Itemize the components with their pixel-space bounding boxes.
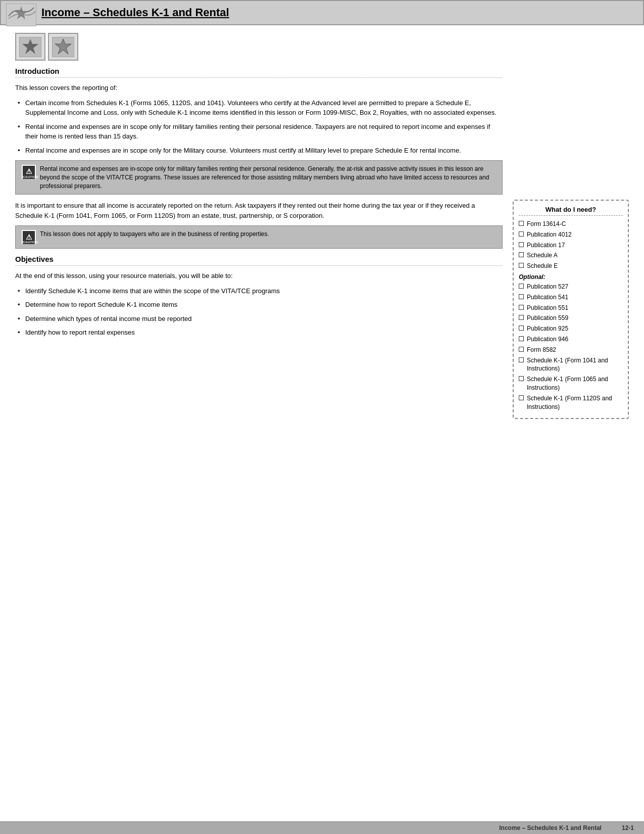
obj-bullet-1: Identify Schedule K-1 income items that …	[15, 286, 503, 296]
sidebar-required-item-4: Schedule A	[519, 251, 623, 260]
sidebar-optional-item-10: Schedule K-1 (Form 1120S and Instruction…	[519, 394, 623, 411]
para2: It is important to ensure that all incom…	[15, 201, 503, 220]
sidebar-optional-item-8: Schedule K-1 (Form 1041 and Instructions…	[519, 356, 623, 374]
intro-bullet-1: Certain income from Schedules K-1 (Forms…	[15, 98, 503, 118]
sidebar-title: What do I need?	[519, 206, 623, 216]
sidebar-optional-item-7: Form 8582	[519, 346, 623, 354]
icon-box-2	[48, 33, 78, 61]
checkbox-opt-6[interactable]	[519, 336, 524, 341]
sidebar-optional-item-1: Publication 527	[519, 283, 623, 291]
caution-box-2: ⚠ CAUTION This lesson does not apply to …	[15, 225, 503, 249]
checkbox-1[interactable]	[519, 221, 524, 226]
caution-text-1: Rental income and expenses are in-scope …	[40, 165, 496, 190]
sidebar-required-item-1: Form 13614-C	[519, 220, 623, 228]
right-sidebar: What do I need? Form 13614-C Publication…	[513, 200, 629, 620]
obj-bullet-4: Identify how to report rental expenses	[15, 328, 503, 338]
optional-item-label-4: Publication 559	[527, 314, 568, 322]
sidebar-optional-item-5: Publication 925	[519, 325, 623, 333]
checkbox-opt-10[interactable]	[519, 395, 524, 400]
checkbox-opt-4[interactable]	[519, 315, 524, 320]
sidebar-optional-item-9: Schedule K-1 (Form 1065 and Instructions…	[519, 375, 623, 392]
optional-item-label-1: Publication 527	[527, 283, 568, 291]
checkbox-opt-5[interactable]	[519, 326, 524, 331]
checkbox-opt-9[interactable]	[519, 376, 524, 381]
page: Income – Schedules K-1 and Rental	[0, 0, 644, 834]
optional-item-label-7: Form 8582	[527, 346, 556, 354]
page-footer: Income – Schedules K-1 and Rental 12-1	[0, 821, 644, 834]
caution-text-2: This lesson does not apply to taxpayers …	[40, 230, 269, 239]
objectives-intro: At the end of this lesson, using your re…	[15, 271, 503, 281]
checkbox-opt-8[interactable]	[519, 357, 524, 362]
optional-item-label-10: Schedule K-1 (Form 1120S and Instruction…	[527, 394, 623, 411]
sidebar-required-item-5: Schedule E	[519, 262, 623, 270]
footer-page: 12-1	[622, 824, 634, 831]
optional-item-label-2: Publication 541	[527, 293, 568, 302]
optional-item-label-3: Publication 551	[527, 304, 568, 312]
objectives-bullet-list: Identify Schedule K-1 income items that …	[15, 286, 503, 338]
spacer	[0, 620, 644, 821]
obj-bullet-3: Determine which types of rental income m…	[15, 314, 503, 324]
intro-heading: Introduction	[15, 67, 503, 78]
sidebar-optional-item-2: Publication 541	[519, 293, 623, 302]
checkbox-opt-7[interactable]	[519, 347, 524, 352]
obj-bullet-2: Determine how to report Schedule K-1 inc…	[15, 300, 503, 310]
required-item-label-4: Schedule A	[527, 251, 558, 260]
icon-box-1	[15, 33, 45, 61]
checkbox-5[interactable]	[519, 263, 524, 268]
optional-label: Optional:	[519, 273, 623, 281]
intro-bullet-list: Certain income from Schedules K-1 (Forms…	[15, 98, 503, 156]
optional-item-label-5: Publication 925	[527, 325, 568, 333]
optional-item-label-9: Schedule K-1 (Form 1065 and Instructions…	[527, 375, 623, 392]
caution-icon-2: ⚠ CAUTION	[22, 230, 36, 244]
objectives-heading: Objectives	[15, 255, 503, 266]
intro-bullet-2: Rental income and expenses are in scope …	[15, 122, 503, 142]
checkbox-opt-2[interactable]	[519, 294, 524, 299]
sidebar-optional-item-4: Publication 559	[519, 314, 623, 322]
optional-item-label-8: Schedule K-1 (Form 1041 and Instructions…	[527, 356, 623, 374]
checkbox-3[interactable]	[519, 242, 524, 247]
caution-box-1: ⚠ CAUTION Rental income and expenses are…	[15, 160, 503, 195]
caution-label-2: CAUTION	[23, 240, 35, 244]
intro-bullet-3: Rental income and expenses are in scope …	[15, 146, 503, 156]
header-logo	[6, 4, 36, 26]
sidebar-required-item-3: Publication 17	[519, 241, 623, 250]
main-content-area: Introduction This lesson covers the repo…	[0, 33, 644, 620]
checkbox-opt-1[interactable]	[519, 284, 524, 289]
required-item-label-5: Schedule E	[527, 262, 558, 270]
checkbox-2[interactable]	[519, 231, 524, 237]
required-item-label-3: Publication 17	[527, 241, 565, 250]
required-item-label-1: Form 13614-C	[527, 220, 566, 228]
intro-para: This lesson covers the reporting of:	[15, 83, 503, 93]
sidebar-required-item-2: Publication 4012	[519, 230, 623, 239]
sidebar-optional-item-3: Publication 551	[519, 304, 623, 312]
icon-row	[15, 33, 503, 61]
footer-title: Income – Schedules K-1 and Rental	[499, 824, 602, 831]
caution-label-1: CAUTION	[23, 175, 35, 179]
what-do-i-need-box: What do I need? Form 13614-C Publication…	[513, 200, 629, 419]
sidebar-optional-item-6: Publication 946	[519, 335, 623, 344]
page-title: Income – Schedules K-1 and Rental	[41, 6, 229, 19]
caution-icon-1: ⚠ CAUTION	[22, 165, 36, 179]
page-header: Income – Schedules K-1 and Rental	[0, 0, 644, 25]
checkbox-opt-3[interactable]	[519, 305, 524, 310]
optional-item-label-6: Publication 946	[527, 335, 568, 344]
left-column: Introduction This lesson covers the repo…	[15, 33, 503, 620]
checkbox-4[interactable]	[519, 252, 524, 257]
required-item-label-2: Publication 4012	[527, 230, 572, 239]
